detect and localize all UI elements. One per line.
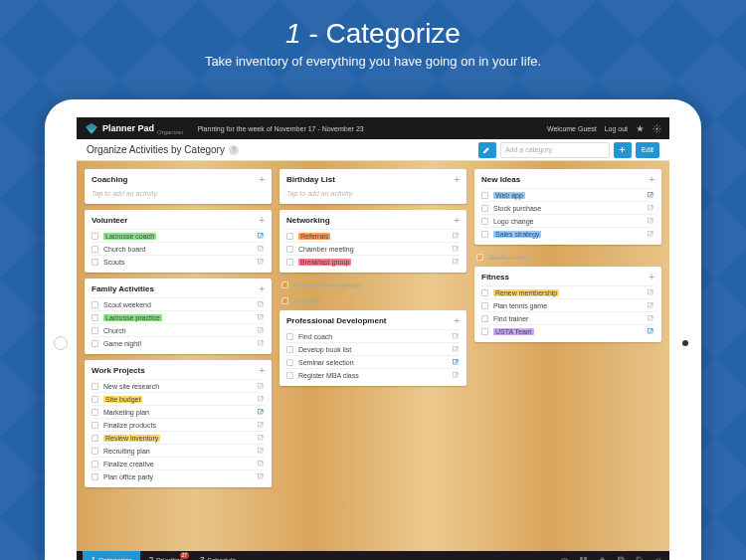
cloud-icon[interactable]	[654, 556, 663, 561]
add-activity-button[interactable]: +	[649, 272, 654, 282]
open-icon[interactable]	[452, 332, 460, 340]
activity-placeholder[interactable]: Tap to add an activity	[92, 188, 265, 199]
activity-row[interactable]: Plan office party	[92, 469, 265, 482]
add-activity-button[interactable]: +	[454, 215, 460, 226]
completed-row[interactable]: Jaycees	[280, 294, 466, 304]
activity-row[interactable]: Stock purchase	[481, 201, 654, 214]
checkbox[interactable]	[286, 233, 293, 240]
open-icon[interactable]	[647, 327, 654, 335]
edit-icon-button[interactable]	[478, 142, 496, 158]
open-icon[interactable]	[257, 460, 265, 467]
open-icon[interactable]	[257, 382, 265, 390]
checkbox[interactable]	[92, 340, 98, 347]
activity-row[interactable]: New site research	[92, 379, 265, 392]
open-icon[interactable]	[257, 326, 265, 334]
checkbox[interactable]	[92, 396, 98, 403]
checkbox[interactable]	[92, 448, 98, 455]
add-activity-button[interactable]: +	[259, 283, 265, 294]
checkbox[interactable]	[92, 473, 98, 480]
activity-row[interactable]: Register MBA class	[286, 368, 460, 381]
open-icon[interactable]	[647, 217, 654, 225]
open-icon[interactable]	[257, 258, 265, 266]
checkbox[interactable]	[476, 254, 483, 261]
activity-row[interactable]: Find coach	[286, 329, 460, 342]
checkbox[interactable]	[286, 259, 293, 266]
checkbox[interactable]	[286, 372, 293, 379]
activity-row[interactable]: Scouts	[92, 255, 265, 268]
checkbox[interactable]	[481, 205, 488, 212]
activity-row[interactable]: Breakfast group	[286, 255, 460, 268]
open-icon[interactable]	[257, 313, 265, 321]
checkbox[interactable]	[481, 315, 488, 322]
checkbox[interactable]	[92, 435, 98, 442]
activity-row[interactable]: Marketing plan	[92, 405, 265, 418]
open-icon[interactable]	[257, 472, 265, 480]
activity-row[interactable]: USTA Team	[481, 324, 654, 337]
open-icon[interactable]	[452, 232, 460, 240]
open-icon[interactable]	[647, 230, 654, 238]
open-icon[interactable]	[257, 395, 265, 403]
open-icon[interactable]	[647, 288, 654, 296]
add-activity-button[interactable]: +	[454, 174, 460, 185]
trash-icon[interactable]	[598, 556, 607, 561]
activity-row[interactable]: Lacrosse coach	[92, 229, 265, 242]
open-icon[interactable]	[257, 408, 265, 416]
star-icon[interactable]	[636, 124, 645, 133]
grid-icon[interactable]	[579, 556, 588, 561]
checkbox[interactable]	[481, 289, 488, 296]
open-icon[interactable]	[257, 245, 265, 253]
activity-row[interactable]: Seminar selection	[286, 355, 460, 368]
open-icon[interactable]	[647, 301, 654, 309]
checkbox[interactable]	[281, 281, 288, 288]
checkbox[interactable]	[281, 297, 288, 304]
open-icon[interactable]	[452, 245, 460, 253]
open-icon[interactable]	[257, 434, 265, 442]
open-icon[interactable]	[647, 314, 654, 322]
activity-row[interactable]: Sales strategy	[481, 227, 654, 240]
checkbox[interactable]	[481, 302, 488, 309]
activity-row[interactable]: Referrals	[286, 229, 460, 242]
checkbox[interactable]	[286, 333, 293, 340]
add-category-input[interactable]: Add a category	[500, 142, 610, 158]
checkbox[interactable]	[92, 246, 98, 253]
activity-row[interactable]: Site budget	[92, 392, 265, 405]
activity-row[interactable]: Logo change	[481, 214, 654, 227]
open-icon[interactable]	[257, 300, 265, 308]
activity-row[interactable]: Find trainer	[481, 311, 654, 324]
checkbox[interactable]	[92, 409, 98, 416]
open-icon[interactable]	[257, 447, 265, 455]
gear-icon[interactable]	[653, 124, 661, 133]
open-icon[interactable]	[257, 421, 265, 429]
activity-row[interactable]: Lacrosse practice	[92, 310, 265, 323]
activity-row[interactable]: Recruiting plan	[92, 444, 265, 457]
checkbox[interactable]	[481, 231, 488, 238]
add-activity-button[interactable]: +	[259, 365, 265, 376]
checkbox[interactable]	[92, 422, 98, 429]
checkbox[interactable]	[286, 359, 293, 366]
edit-button[interactable]: Edit	[636, 142, 659, 158]
tab-categorize[interactable]: 1Categorize	[83, 551, 140, 560]
activity-row[interactable]: Renew membership	[481, 285, 654, 298]
activity-row[interactable]: Scout weekend	[92, 297, 265, 310]
checkbox[interactable]	[481, 192, 488, 199]
eye-icon[interactable]	[560, 556, 569, 561]
open-icon[interactable]	[452, 358, 460, 366]
help-icon[interactable]: ?	[229, 145, 239, 155]
checkbox[interactable]	[286, 246, 293, 253]
completed-row[interactable]: Trade shows	[474, 251, 661, 261]
checkbox[interactable]	[481, 328, 488, 335]
activity-row[interactable]: Church board	[92, 242, 265, 255]
add-activity-button[interactable]: +	[259, 215, 265, 226]
checkbox[interactable]	[92, 301, 98, 308]
tab-schedule[interactable]: 3Schedule	[191, 551, 244, 560]
checkbox[interactable]	[92, 327, 98, 334]
checkbox[interactable]	[286, 346, 293, 353]
activity-placeholder[interactable]: Tap to add an activity	[286, 188, 460, 199]
open-icon[interactable]	[257, 339, 265, 347]
activity-row[interactable]: Review inventory	[92, 431, 265, 444]
open-icon[interactable]	[647, 204, 654, 212]
activity-row[interactable]: Plan tennis game	[481, 298, 654, 311]
checkbox[interactable]	[92, 233, 98, 240]
open-icon[interactable]	[452, 258, 460, 266]
tab-prioritize[interactable]: 2Prioritize27	[140, 551, 191, 560]
